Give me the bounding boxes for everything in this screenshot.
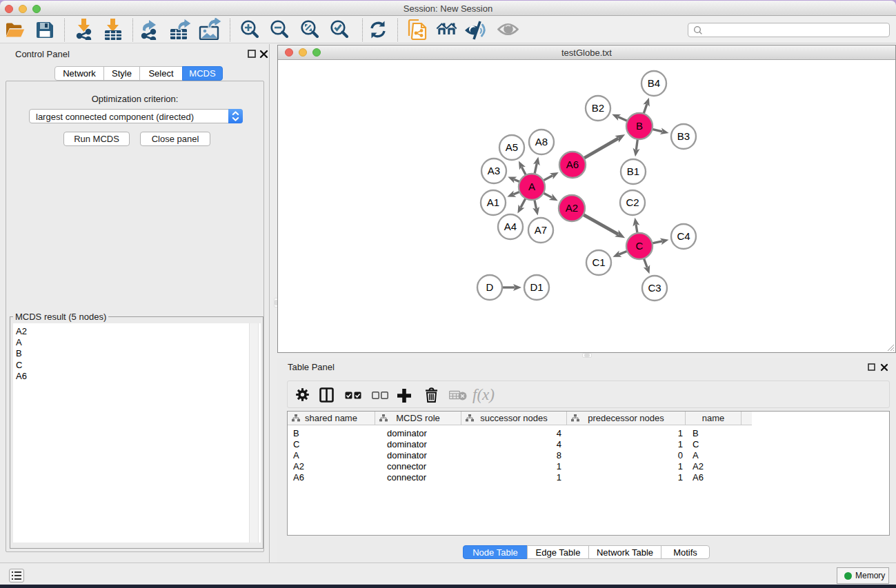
- svg-text:A8: A8: [535, 136, 548, 148]
- svg-text:A2: A2: [566, 202, 578, 214]
- svg-text:B: B: [636, 120, 643, 132]
- svg-text:D: D: [486, 281, 494, 293]
- svg-text:C3: C3: [648, 282, 661, 294]
- svg-text:A5: A5: [506, 141, 518, 153]
- svg-text:C1: C1: [592, 256, 605, 268]
- svg-text:B1: B1: [627, 165, 639, 177]
- svg-text:A4: A4: [504, 221, 517, 232]
- svg-text:A6: A6: [566, 159, 579, 170]
- svg-text:C4: C4: [677, 230, 690, 242]
- svg-text:B4: B4: [648, 77, 660, 89]
- svg-text:A1: A1: [487, 196, 499, 208]
- svg-text:D1: D1: [530, 281, 543, 293]
- svg-text:C: C: [636, 240, 644, 252]
- svg-text:A7: A7: [535, 224, 547, 236]
- svg-text:B2: B2: [592, 102, 604, 114]
- svg-text:A: A: [528, 181, 535, 192]
- svg-text:B3: B3: [677, 130, 690, 142]
- svg-text:C2: C2: [626, 196, 639, 208]
- svg-text:A3: A3: [488, 165, 500, 176]
